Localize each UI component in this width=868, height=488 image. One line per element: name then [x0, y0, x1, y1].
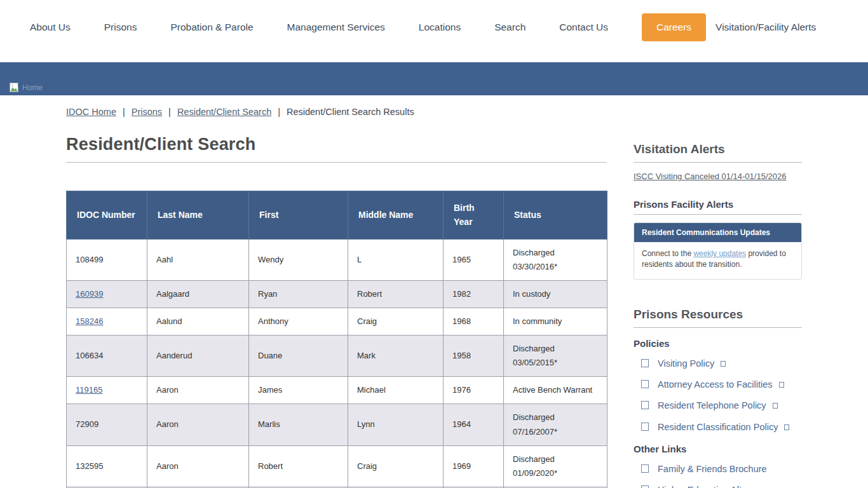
- cell-status: Discharged 07/16/2007*: [504, 404, 607, 445]
- resource-link[interactable]: Visiting Policy: [658, 358, 714, 369]
- cell-middle-name: Mark: [348, 336, 444, 377]
- resident-communications-panel: Resident Communications Updates Connect …: [634, 222, 802, 280]
- cell-idoc-number: 106634: [67, 336, 147, 377]
- list-item: Resident Telephone Policy: [641, 399, 802, 412]
- resources-groups: Policies Visiting Policy Attorney Access…: [634, 338, 802, 488]
- prisons-resources-heading: Prisons Resources: [634, 308, 802, 328]
- cell-birth-year: 1982: [444, 280, 504, 308]
- cell-birth-year: 1969: [444, 445, 504, 487]
- table-header-row: IDOC NumberLast NameFirstMiddle NameBirt…: [67, 191, 607, 240]
- cell-status: In custody: [504, 280, 607, 308]
- site-banner: Home: [0, 62, 868, 95]
- home-link-label: Home: [22, 83, 43, 92]
- cell-first-name: Ryan: [249, 280, 348, 308]
- resource-group-title: Policies: [634, 338, 802, 349]
- panel-title: Resident Communications Updates: [634, 223, 801, 242]
- top-navigation: About UsPrisonsProbation & ParoleManagem…: [0, 0, 868, 62]
- column-header: Middle Name: [348, 191, 444, 240]
- breadcrumb-separator: |: [278, 107, 280, 117]
- bullet-box-icon: [641, 380, 649, 388]
- bullet-box-icon: [641, 423, 649, 431]
- resource-link[interactable]: Resident Classification Policy: [658, 422, 778, 432]
- breadcrumb-link[interactable]: Prisons: [132, 107, 162, 117]
- table-row: 108499 Aahl Wendy L 1965 Discharged 03/3…: [67, 239, 607, 280]
- home-link[interactable]: Home: [10, 83, 43, 92]
- breadcrumb-separator: |: [123, 107, 125, 117]
- cell-last-name: Aaron: [147, 377, 249, 404]
- column-header: IDOC Number: [67, 191, 147, 240]
- nav-item-prisons[interactable]: Prisons: [104, 22, 137, 33]
- bullet-box-icon: [641, 485, 649, 488]
- breadcrumb-link[interactable]: Resident/Client Search: [177, 107, 271, 117]
- cell-first-name: Robert: [249, 445, 348, 487]
- cell-middle-name: L: [348, 239, 444, 280]
- resource-link-list: Visiting Policy Attorney Access to Facil…: [634, 357, 802, 433]
- nav-item-about-us[interactable]: About Us: [30, 22, 71, 33]
- cell-idoc-number: 132595: [67, 445, 147, 487]
- weekly-updates-link[interactable]: weekly updates: [693, 249, 746, 258]
- cell-last-name: Aanderud: [147, 336, 249, 377]
- cell-middle-name: Craig: [348, 445, 444, 487]
- cell-middle-name: Robert: [348, 280, 444, 308]
- resource-link[interactable]: Higher Education After Incarceration: [658, 485, 750, 488]
- nav-item-careers[interactable]: Careers: [642, 13, 706, 41]
- resource-group-title: Other Links: [634, 444, 802, 454]
- idoc-number-link[interactable]: 158246: [76, 316, 103, 326]
- cell-status: Discharged 01/09/2020*: [504, 445, 607, 487]
- cell-first-name: Wendy: [249, 239, 348, 280]
- external-link-icon: [779, 382, 784, 388]
- facility-alerts-heading: Prisons Facility Alerts: [634, 199, 802, 215]
- breadcrumb-current: Resident/Client Search Results: [287, 107, 414, 117]
- nav-item-probation-parole[interactable]: Probation & Parole: [170, 22, 253, 33]
- cell-birth-year: 1976: [444, 377, 504, 404]
- table-row: 72909 Aaron Marlis Lynn 1964 Discharged …: [67, 404, 607, 445]
- panel-body: Connect to the weekly updates provided t…: [634, 242, 801, 279]
- list-item: Family & Friends Brochure: [641, 463, 802, 475]
- nav-item-visitation-facility-alerts[interactable]: Visitation/Facility Alerts: [715, 22, 816, 33]
- cell-status: In community: [504, 308, 607, 336]
- resource-link[interactable]: Family & Friends Brochure: [658, 464, 767, 474]
- cell-status: Discharged 03/30/2016*: [504, 239, 607, 280]
- cell-idoc-number: 72909: [67, 404, 147, 445]
- cell-last-name: Aaron: [147, 404, 249, 445]
- resident-results-table: IDOC NumberLast NameFirstMiddle NameBirt…: [66, 191, 607, 488]
- breadcrumb-link[interactable]: IDOC Home: [66, 107, 116, 117]
- column-header: Last Name: [147, 191, 249, 240]
- cell-first-name: Marlis: [249, 404, 348, 445]
- table-row: 119165 Aaron James Michael 1976 Active B…: [67, 377, 607, 404]
- column-header: Status: [504, 191, 607, 240]
- cell-idoc-number: 119165: [67, 377, 147, 404]
- nav-item-contact-us[interactable]: Contact Us: [559, 22, 608, 33]
- column-header: First: [249, 191, 348, 240]
- nav-item-search[interactable]: Search: [494, 22, 526, 33]
- table-row: 160939 Aalgaard Ryan Robert 1982 In cust…: [67, 280, 607, 308]
- table-row: 158246 Aalund Anthony Craig 1968 In comm…: [67, 308, 607, 336]
- cell-last-name: Aalgaard: [147, 280, 249, 308]
- cell-middle-name: Michael: [348, 377, 444, 404]
- nav-item-locations[interactable]: Locations: [419, 22, 461, 33]
- results-column: Resident/Client Search IDOC NumberLast N…: [66, 135, 607, 488]
- resource-link[interactable]: Resident Telephone Policy: [658, 400, 766, 410]
- broken-image-icon: [10, 83, 20, 92]
- list-item: Visiting Policy: [641, 357, 802, 370]
- cell-birth-year: 1964: [444, 404, 504, 445]
- external-link-icon: [773, 403, 778, 409]
- visitation-alerts-heading: Visitation Alerts: [634, 142, 802, 163]
- cell-last-name: Aahl: [147, 239, 249, 280]
- main-content: Resident/Client Search IDOC NumberLast N…: [66, 135, 802, 488]
- list-item: Resident Classification Policy: [641, 421, 802, 433]
- cell-status: Active Bench Warrant: [504, 377, 607, 404]
- nav-item-management-services[interactable]: Management Services: [287, 22, 385, 33]
- table-body: 108499 Aahl Wendy L 1965 Discharged 03/3…: [67, 239, 607, 488]
- resource-link[interactable]: Attorney Access to Facilities: [658, 379, 773, 390]
- list-item: Higher Education After Incarceration: [641, 484, 802, 488]
- panel-text-prefix: Connect to the: [642, 249, 693, 258]
- cell-idoc-number: 108499: [67, 239, 147, 280]
- idoc-number-link[interactable]: 119165: [76, 385, 102, 395]
- idoc-number-link[interactable]: 160939: [76, 289, 103, 299]
- visitation-alert-link[interactable]: ISCC Visiting Canceled 01/14-01/15/2026: [634, 172, 786, 181]
- table-row: 106634 Aanderud Duane Mark 1958 Discharg…: [67, 336, 607, 377]
- cell-idoc-number: 158246: [67, 308, 147, 336]
- bullet-box-icon: [641, 464, 649, 473]
- cell-last-name: Aalund: [147, 308, 249, 336]
